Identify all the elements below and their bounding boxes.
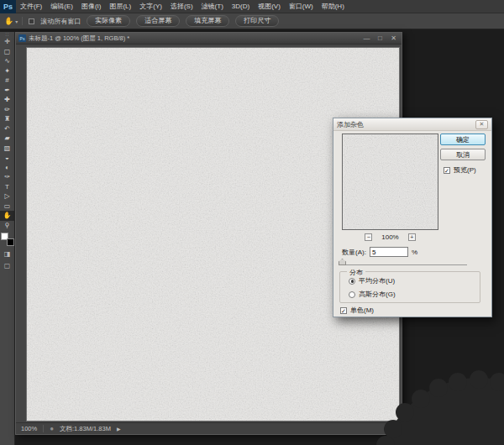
zoom-out-button[interactable]: − [365, 233, 372, 241]
scroll-all-windows-label: 滚动所有窗口 [40, 17, 81, 26]
eraser-icon: ▰ [4, 134, 9, 142]
dialog-close-icon[interactable]: ✕ [475, 120, 488, 129]
tool-dodge[interactable]: ◐ [0, 163, 15, 173]
menu-file[interactable]: 文件(F) [16, 0, 46, 13]
tool-quick-selection[interactable]: ✦ [0, 66, 15, 76]
tool-history-brush[interactable]: ↶ [0, 124, 15, 134]
distribution-label: 分布 [347, 268, 365, 277]
preview-noise-texture [343, 134, 438, 229]
hand-tool-icon: ✋ [4, 17, 13, 25]
tool-eraser[interactable]: ▰ [0, 134, 15, 144]
screen-mode-icon[interactable]: ▢ [4, 262, 11, 270]
dodge-icon: ◐ [5, 164, 9, 171]
uniform-radio[interactable] [349, 278, 355, 285]
menu-view[interactable]: 视图(V) [254, 0, 285, 13]
watermark-blob [370, 361, 504, 445]
scroll-all-windows-checkbox[interactable] [29, 18, 34, 24]
crop-icon: # [5, 76, 8, 84]
print-size-button[interactable]: 打印尺寸 [235, 15, 279, 27]
workspace: ∷ ✛ ▢ ∿ ✦ # ✒ ✚ ✏ ♜ ↶ ▰ ▧ ◒ ◐ ✑ T ▷ ▭ ✋ … [0, 30, 504, 445]
minimize-button[interactable]: — [361, 34, 372, 44]
zoom-in-button[interactable]: + [408, 233, 416, 241]
menu-3d[interactable]: 3D(D) [228, 0, 254, 13]
marquee-icon: ▢ [4, 48, 11, 55]
amount-slider-track[interactable] [341, 264, 467, 265]
gaussian-distribution-option[interactable]: 高斯分布(G) [349, 290, 480, 299]
uniform-distribution-option[interactable]: 平均分布(U) [349, 276, 480, 285]
actual-pixels-button[interactable]: 实际像素 [87, 15, 130, 27]
hand-icon: ✋ [3, 212, 12, 219]
tool-options-bar: ✋ ▾ 滚动所有窗口 实际像素 适合屏幕 填充屏幕 打印尺寸 [0, 13, 504, 29]
monochromatic-option[interactable]: ✓ 单色(M) [340, 306, 374, 315]
tool-shape[interactable]: ▭ [0, 202, 15, 212]
restore-button[interactable]: □ [375, 34, 386, 44]
monochromatic-checkbox[interactable]: ✓ [340, 307, 347, 314]
preview-option[interactable]: ✓ 预览(P) [444, 165, 476, 175]
menu-image[interactable]: 图像(I) [77, 0, 106, 13]
amount-unit: % [412, 249, 417, 256]
eyedropper-icon: ✒ [4, 86, 10, 94]
tool-clone-stamp[interactable]: ♜ [0, 114, 15, 124]
pen-icon: ✑ [4, 173, 10, 181]
document-title-bar[interactable]: Ps 未标题-1 @ 100% (图层 1, RGB/8) * — □ ✕ [16, 33, 402, 44]
gaussian-radio-label: 高斯分布(G) [359, 290, 396, 299]
tool-zoom[interactable]: ⚲ [0, 221, 15, 231]
gaussian-radio[interactable] [349, 291, 355, 298]
tool-path-selection[interactable]: ▷ [0, 191, 15, 202]
path-selection-icon: ▷ [4, 192, 9, 200]
menu-bar: Ps 文件(F) 编辑(E) 图像(I) 图层(L) 文字(Y) 选择(S) 滤… [0, 0, 504, 13]
clone-stamp-icon: ♜ [4, 115, 10, 123]
tool-lasso[interactable]: ∿ [0, 56, 15, 66]
fit-screen-button[interactable]: 适合屏幕 [136, 15, 180, 27]
tool-brush[interactable]: ✏ [0, 105, 15, 115]
ok-button[interactable]: 确定 [440, 134, 486, 145]
tool-pen[interactable]: ✑ [0, 172, 15, 182]
healing-brush-icon: ✚ [4, 96, 10, 103]
status-menu-arrow-icon[interactable]: ▶ [117, 426, 121, 432]
zoom-level-field[interactable]: 100% [21, 425, 44, 432]
monochromatic-label: 单色(M) [350, 306, 374, 315]
tool-type[interactable]: T [0, 182, 15, 192]
menu-filter[interactable]: 滤镜(T) [197, 0, 228, 13]
dialog-title-bar[interactable]: 添加杂色 ✕ [333, 118, 491, 131]
background-color-swatch[interactable] [7, 238, 14, 246]
fill-screen-button[interactable]: 填充屏幕 [186, 15, 229, 27]
chevron-down-icon: ▾ [15, 18, 18, 24]
tool-eyedropper[interactable]: ✒ [0, 86, 15, 96]
color-swatches [1, 233, 14, 246]
preview-checkbox-label: 预览(P) [454, 165, 476, 175]
type-icon: T [5, 183, 9, 191]
cancel-button[interactable]: 取消 [440, 149, 486, 160]
tool-move[interactable]: ✛ [0, 37, 15, 47]
zoom-icon: ⚲ [5, 222, 10, 229]
lasso-icon: ∿ [4, 57, 10, 65]
document-size-info: 文档:1.83M/1.83M [60, 425, 111, 433]
tool-crop[interactable]: # [0, 76, 15, 86]
menu-layer[interactable]: 图层(L) [105, 0, 135, 13]
tool-preset-picker[interactable]: ✋ ▾ [4, 17, 23, 25]
amount-label: 数量(A): [342, 248, 366, 257]
tool-healing-brush[interactable]: ✚ [0, 95, 15, 105]
blur-icon: ◒ [5, 154, 9, 161]
menu-window[interactable]: 窗口(W) [285, 0, 318, 13]
quick-selection-icon: ✦ [4, 67, 10, 75]
menu-select[interactable]: 选择(S) [166, 0, 197, 13]
amount-row: 数量(A): % [342, 247, 417, 257]
brush-icon: ✏ [4, 106, 10, 113]
menu-edit[interactable]: 编辑(E) [46, 0, 77, 13]
close-button[interactable]: ✕ [388, 34, 399, 44]
tool-hand[interactable]: ✋ [0, 211, 15, 221]
tool-marquee[interactable]: ▢ [0, 47, 15, 57]
tool-blur[interactable]: ◒ [0, 153, 15, 163]
menu-help[interactable]: 帮助(H) [318, 0, 349, 13]
noise-preview[interactable] [342, 134, 438, 230]
preview-checkbox[interactable]: ✓ [444, 167, 450, 174]
menu-type[interactable]: 文字(Y) [135, 0, 166, 13]
amount-slider-handle[interactable] [339, 259, 346, 265]
photoshop-logo: Ps [0, 0, 16, 13]
quick-mask-icon[interactable]: ◨ [4, 250, 11, 258]
document-icon: Ps [18, 34, 26, 42]
tool-gradient[interactable]: ▧ [0, 144, 15, 154]
amount-input[interactable] [370, 247, 408, 257]
document-title: 未标题-1 @ 100% (图层 1, RGB/8) * [29, 34, 359, 43]
